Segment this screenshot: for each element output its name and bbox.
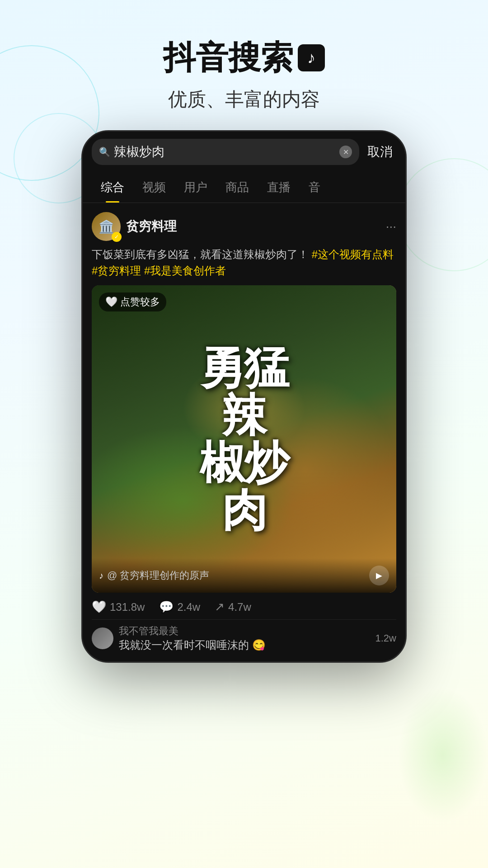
video-overlay-text: 勇猛辣椒炒肉 [200,344,288,534]
comment-stat-icon: 💬 [159,600,174,614]
more-options-icon[interactable]: ··· [386,219,396,234]
search-icon: 🔍 [99,146,110,157]
hashtag-1[interactable]: #这个视频有点料 [312,248,394,260]
shares-count: 4.7w [228,601,251,613]
shares-stat[interactable]: ↗ 4.7w [215,600,251,614]
comments-count: 2.4w [177,601,200,613]
comments-stat[interactable]: 💬 2.4w [159,600,200,614]
app-title: 抖音搜索 ♪ [0,36,488,80]
username: 贫穷料理 [126,218,380,235]
tab-直播[interactable]: 直播 [258,172,300,203]
heart-stat-icon: 🤍 [92,600,106,614]
hashtag-3[interactable]: #我是美食创作者 [144,264,226,277]
video-bottom-bar: ♪ @ 贫穷料理创作的原声 ▶ [92,558,396,593]
stats-row: 🤍 131.8w 💬 2.4w ↗ 4.7w [92,593,396,619]
comment-content: 我不管我最美 我就没一次看时不咽唾沫的 😋 [119,624,370,652]
likes-count: 131.8w [110,601,145,613]
share-stat-icon: ↗ [215,600,225,614]
verified-badge: ✓ [112,232,122,242]
video-text-overlay: 勇猛辣椒炒肉 [92,285,396,593]
search-query: 辣椒炒肉 [114,143,336,160]
comment-text: 我就没一次看时不咽唾沫的 😋 [119,638,370,652]
result-description: 下饭菜到底有多凶猛，就看这道辣椒炒肉了！ #这个视频有点料 #贫穷料理 #我是美… [92,246,396,279]
avatar-emoji: 🏛️ [99,219,114,234]
search-tabs: 综合 视频 用户 商品 直播 音 [83,172,405,203]
tab-音频[interactable]: 音 [300,172,329,203]
tab-视频[interactable]: 视频 [133,172,175,203]
desc-text: 下饭菜到底有多凶猛，就看这道辣椒炒肉了！ [92,248,309,260]
likes-stat[interactable]: 🤍 131.8w [92,600,145,614]
tab-综合[interactable]: 综合 [92,172,133,203]
comment-username: 我不管我最美 [119,624,370,638]
comment-preview: 我不管我最美 我就没一次看时不咽唾沫的 😋 1.2w [92,619,396,652]
cancel-button[interactable]: 取消 [364,143,396,160]
search-bar: 🔍 辣椒炒肉 ✕ 取消 [83,132,405,172]
comment-count: 1.2w [375,632,396,644]
video-thumbnail[interactable]: 🤍 点赞较多 勇猛辣椒炒肉 ♪ @ 贫穷料理创作的原声 ▶ [92,285,396,593]
tab-商品[interactable]: 商品 [216,172,258,203]
comment-avatar [92,627,113,649]
subtitle-text: 优质、丰富的内容 [0,87,488,112]
phone-mockup: 🔍 辣椒炒肉 ✕ 取消 综合 视频 用户 商品 直播 音 [81,130,407,663]
tab-用户[interactable]: 用户 [175,172,216,203]
video-source: @ 贫穷料理创作的原声 [107,569,366,582]
clear-search-button[interactable]: ✕ [339,146,352,158]
tiktok-logo-icon: ♪ [298,44,325,71]
play-button[interactable]: ▶ [369,566,389,585]
hashtag-2[interactable]: #贫穷料理 [92,264,141,277]
result-user-row: 🏛️ ✓ 贫穷料理 ··· [92,212,396,241]
search-input-wrap[interactable]: 🔍 辣椒炒肉 ✕ [92,139,359,165]
avatar: 🏛️ ✓ [92,212,121,241]
search-results: 🏛️ ✓ 贫穷料理 ··· 下饭菜到底有多凶猛，就看这道辣椒炒肉了！ #这个视频… [83,203,405,661]
title-text: 抖音搜索 [163,36,293,80]
phone-wrapper: 🔍 辣椒炒肉 ✕ 取消 综合 视频 用户 商品 直播 音 [0,130,488,663]
tiktok-note-icon: ♪ [99,571,103,581]
header-section: 抖音搜索 ♪ 优质、丰富的内容 [0,0,488,130]
